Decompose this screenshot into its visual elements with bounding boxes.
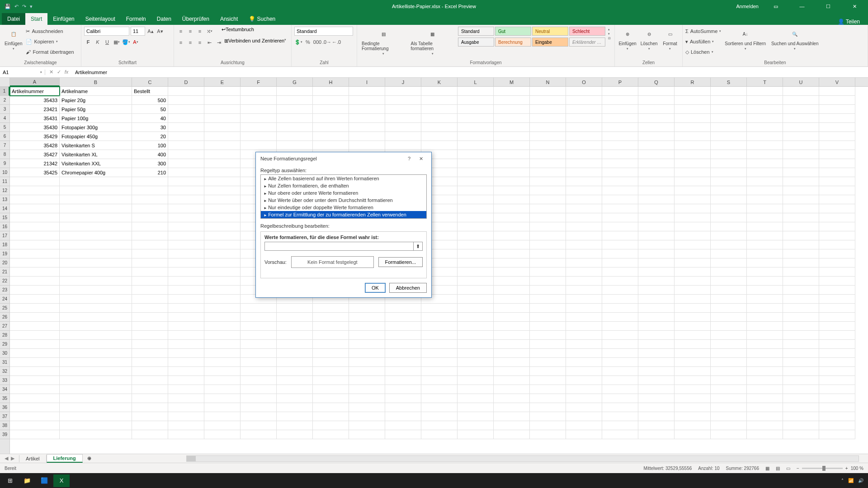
- row-header[interactable]: 11: [0, 177, 9, 186]
- cell[interactable]: [458, 132, 494, 141]
- start-button[interactable]: ⊞: [2, 474, 18, 487]
- column-header-E[interactable]: E: [204, 78, 241, 86]
- cell[interactable]: [819, 150, 855, 159]
- cell[interactable]: [204, 249, 241, 258]
- cell[interactable]: [675, 222, 711, 231]
- column-header-D[interactable]: D: [168, 78, 204, 86]
- cell[interactable]: [566, 222, 602, 231]
- cell[interactable]: [530, 430, 566, 439]
- cell[interactable]: [132, 412, 168, 421]
- column-header-O[interactable]: O: [566, 78, 602, 86]
- style-neutral[interactable]: Neutral: [532, 27, 568, 36]
- cell[interactable]: [819, 394, 855, 403]
- cell[interactable]: [132, 286, 168, 295]
- cell[interactable]: [566, 403, 602, 412]
- cell[interactable]: [132, 322, 168, 331]
- cell[interactable]: [530, 421, 566, 430]
- cell[interactable]: [819, 385, 855, 394]
- cell[interactable]: [349, 376, 385, 385]
- cell[interactable]: [313, 385, 349, 394]
- cell[interactable]: 20: [132, 132, 168, 141]
- cell[interactable]: [675, 430, 711, 439]
- cell[interactable]: [168, 322, 204, 331]
- cell[interactable]: [10, 204, 60, 213]
- cell[interactable]: [60, 403, 132, 412]
- cell[interactable]: [168, 177, 204, 186]
- cell[interactable]: [566, 114, 602, 123]
- cell[interactable]: [168, 150, 204, 159]
- row-header[interactable]: 2: [0, 96, 9, 105]
- cell[interactable]: 30: [132, 123, 168, 132]
- cell[interactable]: [313, 141, 349, 150]
- cell[interactable]: [530, 277, 566, 286]
- cell[interactable]: [168, 331, 204, 340]
- cell[interactable]: [675, 240, 711, 249]
- cell[interactable]: [783, 132, 819, 141]
- cell[interactable]: [421, 105, 458, 114]
- format-as-table-button[interactable]: ▦ Als Tabelle formatieren▾: [409, 27, 456, 56]
- cell[interactable]: [168, 430, 204, 439]
- style-gut[interactable]: Gut: [495, 27, 531, 36]
- cell[interactable]: [385, 313, 421, 322]
- cell[interactable]: [458, 258, 494, 267]
- cell[interactable]: [530, 87, 566, 96]
- dialog-close-button[interactable]: ✕: [415, 156, 427, 162]
- tab-ueberpruefen[interactable]: Überprüfen: [177, 13, 215, 25]
- cell[interactable]: [675, 412, 711, 421]
- cell[interactable]: [168, 277, 204, 286]
- row-header[interactable]: 15: [0, 213, 9, 222]
- cell[interactable]: [60, 421, 132, 430]
- cell[interactable]: [819, 267, 855, 277]
- cell[interactable]: [241, 349, 277, 358]
- paste-button[interactable]: 📋 Einfügen▾: [3, 27, 24, 52]
- cell[interactable]: [675, 322, 711, 331]
- cell[interactable]: [349, 132, 385, 141]
- cell[interactable]: [602, 177, 638, 186]
- cell[interactable]: [675, 213, 711, 222]
- cell[interactable]: [132, 195, 168, 204]
- cell[interactable]: [819, 132, 855, 141]
- cell[interactable]: [349, 385, 385, 394]
- cell[interactable]: [783, 267, 819, 277]
- cell[interactable]: [602, 267, 638, 277]
- cell[interactable]: [385, 114, 421, 123]
- cell[interactable]: [530, 159, 566, 168]
- cell[interactable]: [638, 349, 675, 358]
- cell[interactable]: [132, 213, 168, 222]
- cell[interactable]: [277, 141, 313, 150]
- cell[interactable]: [566, 87, 602, 96]
- cell[interactable]: [241, 123, 277, 132]
- cell[interactable]: [10, 222, 60, 231]
- cell[interactable]: [313, 412, 349, 421]
- cell[interactable]: [530, 132, 566, 141]
- cell[interactable]: [204, 421, 241, 430]
- cell[interactable]: [747, 304, 783, 313]
- comma-icon[interactable]: 000: [313, 38, 321, 46]
- cell[interactable]: [494, 87, 530, 96]
- cell[interactable]: [494, 258, 530, 267]
- cell[interactable]: [638, 421, 675, 430]
- cell[interactable]: [313, 349, 349, 358]
- view-pagebreak-icon[interactable]: ▭: [786, 466, 790, 471]
- cell[interactable]: [602, 258, 638, 267]
- cell[interactable]: [277, 304, 313, 313]
- cell[interactable]: [638, 150, 675, 159]
- cell[interactable]: [132, 367, 168, 376]
- cell[interactable]: [711, 367, 747, 376]
- cell[interactable]: [60, 204, 132, 213]
- cell[interactable]: [711, 222, 747, 231]
- align-right-icon[interactable]: ≡: [196, 38, 204, 47]
- cell[interactable]: [602, 403, 638, 412]
- cell[interactable]: [241, 376, 277, 385]
- tab-formeln[interactable]: Formeln: [121, 13, 151, 25]
- cell[interactable]: [458, 204, 494, 213]
- cell[interactable]: [349, 340, 385, 349]
- wrap-text-button[interactable]: ↩ Textumbruch: [222, 27, 254, 36]
- cell[interactable]: [421, 421, 458, 430]
- cell[interactable]: [566, 186, 602, 195]
- cell[interactable]: [204, 313, 241, 322]
- cell[interactable]: [494, 222, 530, 231]
- cell[interactable]: [132, 295, 168, 304]
- cut-button[interactable]: ✂ Ausschneiden: [26, 27, 74, 36]
- cell[interactable]: [530, 177, 566, 186]
